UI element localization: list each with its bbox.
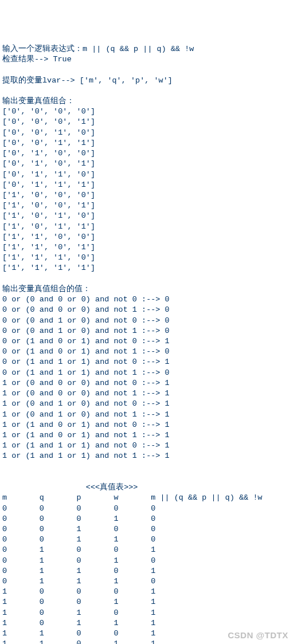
console-output: 输入一个逻辑表达式：m || (q && p || q) && !w 检查结果-… <box>2 44 292 644</box>
watermark: CSDN @TDTX <box>228 630 288 641</box>
